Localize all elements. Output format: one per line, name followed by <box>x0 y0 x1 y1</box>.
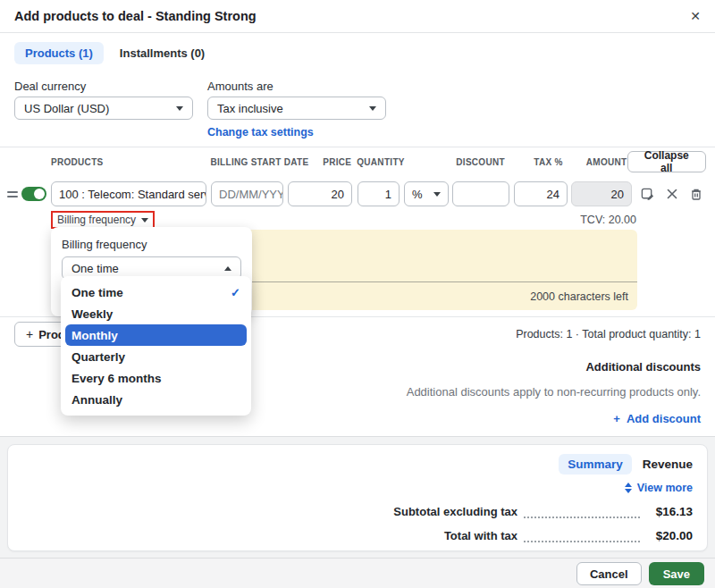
amounts-are-value: Tax inclusive <box>217 102 283 115</box>
add-comment-icon[interactable] <box>641 188 654 201</box>
discount-unit-select[interactable]: % <box>404 181 449 206</box>
table-header: Products Billing start date Price Quanti… <box>0 150 715 173</box>
col-amount: Amount <box>567 157 627 167</box>
billing-frequency-row: Billing frequency TCV: 20.00 <box>0 212 715 228</box>
product-active-toggle[interactable] <box>21 187 46 201</box>
total-value: $20.00 <box>646 529 693 542</box>
summary-tabs: Summary Revenue <box>559 454 693 475</box>
option-label: Annually <box>72 393 122 407</box>
chevron-down-icon <box>433 192 441 197</box>
summary-section: Summary Revenue View more Subtotal exclu… <box>0 436 715 588</box>
subtotal-label: Subtotal excluding tax <box>393 505 517 518</box>
chevron-down-icon <box>369 106 376 111</box>
chevron-down-icon <box>141 218 148 223</box>
option-one-time[interactable]: One time ✓ <box>61 281 251 303</box>
discount-unit-value: % <box>412 188 423 201</box>
option-annually[interactable]: Annually <box>61 389 251 410</box>
col-tax: Tax % <box>509 157 563 167</box>
col-quantity: Quantity <box>357 157 399 167</box>
modal-footer: Cancel Save <box>0 558 715 588</box>
chevron-down-icon <box>176 106 183 111</box>
deal-currency-value: US Dollar (USD) <box>24 102 109 115</box>
subtotal-value: $16.13 <box>646 505 693 518</box>
product-row: 100 : Telecom: Standard service DD/MM/YY… <box>0 181 715 206</box>
change-tax-settings-link[interactable]: Change tax settings <box>207 126 386 139</box>
close-icon[interactable]: ✕ <box>690 9 701 23</box>
option-label: Every 6 months <box>72 372 162 385</box>
tab-bar: Products (1) Installments (0) <box>0 33 715 63</box>
modal-title: Add products to deal - Standing Strong <box>14 9 257 23</box>
option-label: Monthly <box>72 329 118 342</box>
modal-header: Add products to deal - Standing Strong ✕ <box>0 0 715 33</box>
tax-input[interactable]: 24 <box>514 181 568 206</box>
option-quarterly[interactable]: Quarterly <box>61 346 251 367</box>
collapse-all-button[interactable]: Collapse all <box>627 151 707 172</box>
tab-installments[interactable]: Installments (0) <box>120 46 205 60</box>
product-name-input[interactable]: 100 : Telecom: Standard service <box>51 181 206 206</box>
col-price: Price <box>287 157 351 167</box>
deal-currency-field: Deal currency US Dollar (USD) <box>14 80 193 139</box>
cancel-button[interactable]: Cancel <box>576 562 642 585</box>
currency-settings: Deal currency US Dollar (USD) Amounts ar… <box>0 80 715 139</box>
plus-icon: + <box>26 327 33 341</box>
row-actions <box>641 188 702 201</box>
option-label: Weekly <box>72 307 113 321</box>
billing-frequency-trigger-label: Billing frequency <box>57 214 136 226</box>
amounts-are-label: Amounts are <box>207 80 386 93</box>
option-weekly[interactable]: Weekly <box>61 303 251 324</box>
delete-icon[interactable] <box>690 188 702 201</box>
col-products: Products <box>51 157 206 167</box>
save-button[interactable]: Save <box>649 562 704 585</box>
dotted-leader <box>524 533 640 542</box>
total-row: Total with tax $20.00 <box>444 529 693 542</box>
tcv-value: TCV: 20.00 <box>580 214 636 226</box>
deal-currency-select[interactable]: US Dollar (USD) <box>14 97 193 120</box>
option-every-6-months[interactable]: Every 6 months <box>61 367 251 389</box>
billing-frequency-options: One time ✓ Weekly Monthly Quarterly Ever… <box>61 276 251 416</box>
billing-frequency-popup-label: Billing frequency <box>62 238 241 251</box>
option-monthly[interactable]: Monthly <box>65 324 247 346</box>
deal-currency-label: Deal currency <box>14 80 193 93</box>
view-more-link[interactable]: View more <box>625 482 693 494</box>
billing-frequency-selected: One time <box>72 262 119 275</box>
dotted-leader <box>524 508 640 518</box>
amounts-are-select[interactable]: Tax inclusive <box>207 97 386 120</box>
chevron-up-icon <box>224 266 231 271</box>
quantity-input[interactable]: 1 <box>358 181 400 206</box>
subtotal-row: Subtotal excluding tax $16.13 <box>393 505 693 518</box>
billing-frequency-trigger[interactable]: Billing frequency <box>51 211 155 229</box>
add-discount-label: Add discount <box>627 412 701 425</box>
check-icon: ✓ <box>231 286 240 299</box>
discount-input[interactable] <box>452 181 509 206</box>
option-label: One time <box>72 286 123 299</box>
drag-handle-icon[interactable] <box>7 191 18 197</box>
total-label: Total with tax <box>444 529 517 542</box>
plus-icon: + <box>613 412 620 425</box>
sort-arrows-icon <box>625 483 632 493</box>
view-more-label: View more <box>637 482 693 494</box>
amount-readonly: 20 <box>571 181 632 206</box>
tab-revenue[interactable]: Revenue <box>643 458 693 471</box>
products-count-summary: Products: 1 · Total product quantity: 1 <box>516 328 701 340</box>
summary-card: Summary Revenue View more Subtotal exclu… <box>7 444 708 551</box>
tab-summary[interactable]: Summary <box>559 454 632 475</box>
option-label: Quarterly <box>72 350 125 364</box>
collapse-icon[interactable] <box>666 188 678 200</box>
price-input[interactable]: 20 <box>288 181 352 206</box>
col-discount: Discount <box>403 157 505 167</box>
col-billing-start-date: Billing start date <box>210 157 282 167</box>
billing-start-date-input[interactable]: DD/MM/YYYY <box>211 181 283 206</box>
tab-products[interactable]: Products (1) <box>14 42 104 64</box>
amounts-are-field: Amounts are Tax inclusive Change tax set… <box>207 80 386 139</box>
